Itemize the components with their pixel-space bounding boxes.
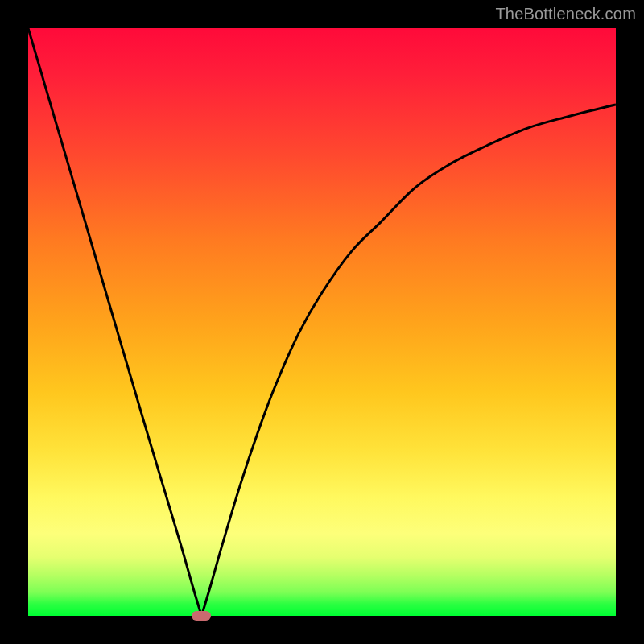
watermark-text: TheBottleneck.com <box>495 5 636 23</box>
chart-frame: TheBottleneck.com <box>0 0 644 644</box>
curve-left <box>28 28 201 616</box>
plot-area <box>28 28 616 616</box>
bottleneck-marker <box>192 611 211 621</box>
curve-svg <box>28 28 616 616</box>
curve-right <box>201 105 616 616</box>
